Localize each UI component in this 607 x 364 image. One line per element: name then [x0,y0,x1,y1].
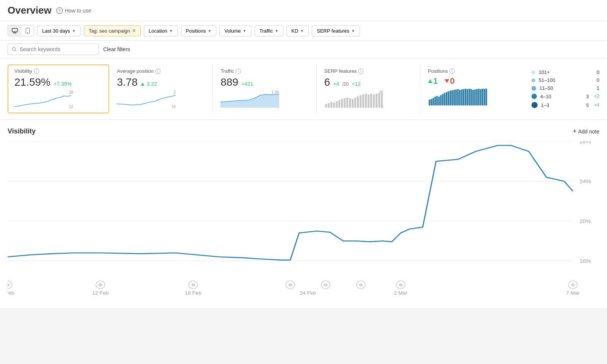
traffic-change: +421 [241,81,253,87]
avg-position-label: Average position i [117,68,205,74]
positions-btn[interactable]: Positions ▼ [181,25,217,36]
positions-card[interactable]: Positions i 1 0 10 0 [420,64,524,113]
search-icon [12,47,17,52]
svg-rect-21 [336,101,338,108]
svg-text:⚙: ⚙ [324,283,328,287]
svg-text:⚙: ⚙ [288,283,292,287]
traffic-btn[interactable]: Traffic ▼ [255,25,283,36]
svg-text:6 Feb: 6 Feb [8,290,14,296]
positions-legend: 101+ 0 51–100 0 11–50 1 4–10 3 +2 1–3 5 … [524,64,599,113]
kd-btn[interactable]: KD ▼ [286,25,309,36]
mobile-icon [25,28,30,34]
traffic-card[interactable]: Traffic i 889 +421 1.3K 0 [213,64,316,113]
svg-text:⚙: ⚙ [191,283,195,287]
svg-text:⚙: ⚙ [571,283,575,287]
visibility-chart-svg: 28% 24% 20% 16% ⚙ 6 Feb ⚙ 12 Feb ⚙ 18 Fe… [8,141,599,301]
main-chart-section: Visibility + Add note 28% 24% 20% 16% ⚙ [0,120,607,308]
visibility-value: 21.59% +7.39% [14,76,102,88]
svg-rect-32 [365,94,367,108]
volume-arrow: ▼ [243,29,247,33]
serp-features-card[interactable]: SERP features i 6 +4 /20 +12 28 0 [317,64,420,113]
serp-features-arrow: ▼ [351,29,355,33]
positions-label: Positions [186,28,206,34]
svg-rect-52 [450,91,451,105]
svg-point-73 [532,78,535,82]
svg-point-75 [532,94,537,99]
svg-text:18 Feb: 18 Feb [185,290,201,296]
clear-filters-btn[interactable]: Clear filters [103,46,130,52]
tag-close-icon[interactable]: ✕ [132,28,136,33]
serp-features-change3: +12 [352,81,361,87]
legend-item-101plus: 101+ 0 [531,69,599,75]
svg-rect-36 [376,94,377,108]
svg-text:⚙: ⚙ [399,283,403,287]
svg-text:12 Feb: 12 Feb [92,290,109,296]
svg-point-74 [532,86,536,91]
svg-rect-65 [474,89,476,105]
svg-rect-67 [478,89,480,105]
svg-text:24%: 24% [580,179,591,184]
toolbar: Last 30 days ▼ Tag: seo campaign ✕ Locat… [0,21,607,41]
svg-rect-48 [442,94,443,105]
kd-label: KD [291,28,298,34]
svg-rect-66 [476,89,478,105]
positions-label: Positions i [428,68,516,74]
svg-text:2: 2 [174,91,176,94]
date-range-label: Last 30 days [42,28,70,34]
visibility-card[interactable]: Visibility i 21.59% +7.39% 28 12 [8,64,109,113]
svg-rect-63 [470,89,472,105]
svg-rect-27 [352,99,354,108]
svg-rect-0 [12,28,17,32]
visibility-mini-chart: 28 12 [14,91,102,110]
visibility-change: +7.39% [53,81,72,87]
traffic-mini-chart: 1.3K 0 [220,91,308,110]
add-note-btn[interactable]: + Add note [572,127,599,135]
avg-position-card[interactable]: Average position i 3.78 3.22 2 10 [109,64,213,113]
add-note-label: Add note [578,129,599,135]
legend-item-11-50: 11–50 1 [531,85,599,91]
tag-label: Tag: seo campaign [89,28,130,34]
mobile-btn[interactable] [22,25,34,36]
serp-features-btn[interactable]: SERP features ▼ [312,25,360,36]
svg-rect-54 [453,90,455,105]
search-box[interactable] [8,44,99,55]
visibility-info-icon[interactable]: i [34,69,39,74]
svg-rect-60 [465,89,466,105]
date-range-btn[interactable]: Last 30 days ▼ [37,25,81,36]
how-to-use-link[interactable]: ? How to use [56,7,91,14]
svg-rect-58 [461,89,462,105]
avg-position-info-icon[interactable]: i [155,69,160,74]
visibility-label: Visibility i [14,68,102,74]
legend-dot-11-50 [531,86,536,91]
svg-rect-28 [354,97,356,108]
tag-btn[interactable]: Tag: seo campaign ✕ [84,25,141,36]
svg-rect-43 [432,98,434,105]
svg-point-6 [12,47,15,50]
volume-btn[interactable]: Volume ▼ [219,25,251,36]
location-btn[interactable]: Location ▼ [144,25,178,36]
svg-rect-50 [446,92,447,105]
search-row: Clear filters [0,41,607,58]
serp-features-info-icon[interactable]: i [358,69,363,74]
svg-point-76 [532,102,538,108]
traffic-value: 889 +421 [220,76,308,88]
traffic-info-icon[interactable]: i [236,69,241,74]
search-input[interactable] [20,46,94,52]
device-toggle [8,25,34,36]
svg-rect-71 [486,89,487,105]
volume-label: Volume [224,28,241,34]
chart-header: Visibility + Add note [8,127,599,135]
svg-point-5 [27,32,28,33]
desktop-icon [12,28,18,33]
legend-item-51-100: 51–100 0 [531,77,599,83]
legend-dot-101plus [531,70,536,75]
svg-rect-17 [325,104,327,108]
svg-rect-33 [368,94,370,108]
svg-rect-56 [457,89,459,105]
svg-rect-38 [381,94,383,108]
svg-text:⚙: ⚙ [98,283,102,287]
positions-info-icon[interactable]: i [450,69,455,74]
svg-text:28%: 28% [580,141,591,144]
desktop-btn[interactable] [8,25,22,36]
svg-rect-70 [484,89,485,105]
